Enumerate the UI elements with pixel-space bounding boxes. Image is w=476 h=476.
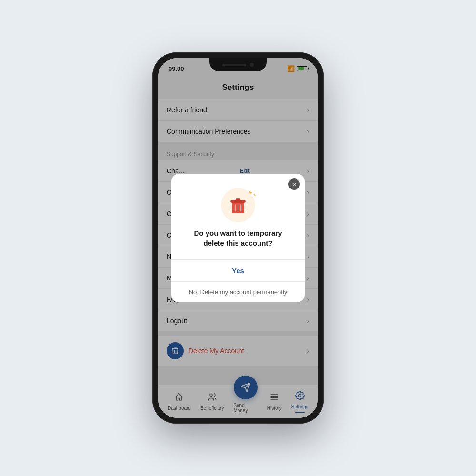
modal-illustration: ✦ ✦ [221, 188, 255, 222]
phone-frame: 09.00 📶 Settings [152, 52, 324, 424]
trash-illustration-icon [228, 195, 248, 215]
modal-overlay: × ✦ ✦ [158, 58, 318, 418]
delete-account-modal: × ✦ ✦ [171, 174, 305, 302]
sparkle-icon: ✦ [248, 190, 251, 194]
modal-question-text: Do you want to temporary delete this acc… [183, 228, 293, 248]
modal-no-button[interactable]: No, Delete my account permanently [171, 282, 305, 302]
phone-screen: 09.00 📶 Settings [158, 58, 318, 418]
modal-yes-button[interactable]: Yes [171, 260, 305, 282]
modal-close-button[interactable]: × [288, 178, 300, 190]
modal-actions: Yes No, Delete my account permanently [171, 260, 305, 302]
svg-rect-8 [236, 198, 241, 200]
close-icon: × [292, 181, 296, 188]
sparkle-icon-2: ✦ [253, 193, 255, 196]
modal-body: ✦ ✦ [171, 174, 305, 258]
